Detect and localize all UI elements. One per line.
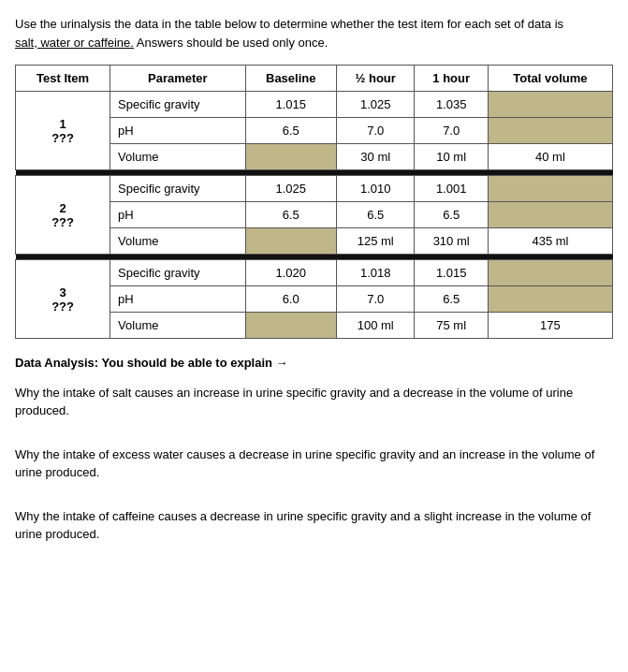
one-hour-cell: 7.0 [415, 118, 488, 144]
one-hour-cell: 75 ml [415, 313, 488, 339]
total-volume-cell: 435 ml [488, 228, 612, 255]
analysis-para-1: Why the intake of salt causes an increas… [15, 384, 613, 420]
table-row: 1???Specific gravity1.0151.0251.035 [16, 92, 613, 118]
half-hour-cell: 7.0 [336, 286, 414, 313]
intro-line1: Use the urinalysis the data in the table… [15, 17, 563, 31]
test-item-cell: 1??? [16, 92, 110, 170]
table-row: 2???Specific gravity1.0251.0101.001 [16, 176, 613, 202]
total-volume-cell [488, 118, 612, 144]
one-hour-cell: 6.5 [415, 202, 488, 228]
data-analysis-section: Data Analysis: You should be able to exp… [15, 354, 613, 544]
one-hour-cell: 310 ml [415, 228, 488, 255]
total-volume-cell [488, 260, 612, 286]
one-hour-cell: 10 ml [415, 144, 488, 170]
half-hour-cell: 1.025 [336, 92, 414, 118]
baseline-cell [245, 228, 336, 255]
analysis-para-2: Why the intake of excess water causes a … [15, 446, 613, 482]
one-hour-cell: 1.035 [415, 92, 488, 118]
one-hour-cell: 1.001 [415, 176, 488, 202]
parameter-cell: pH [110, 118, 245, 144]
half-hour-cell: 100 ml [336, 313, 414, 339]
parameter-cell: Specific gravity [110, 92, 245, 118]
baseline-cell: 6.5 [245, 118, 336, 144]
one-hour-cell: 1.015 [415, 260, 488, 286]
table-header-row: Test Item Parameter Baseline ½ hour 1 ho… [16, 66, 613, 92]
half-hour-cell: 7.0 [336, 118, 414, 144]
half-hour-cell: 6.5 [336, 202, 414, 228]
parameter-cell: pH [110, 286, 245, 313]
total-volume-cell [488, 202, 612, 228]
analysis-para-3: Why the intake of caffeine causes a decr… [15, 507, 613, 544]
total-volume-cell [488, 286, 612, 313]
total-volume-cell [488, 92, 612, 118]
col-header-half-hour: ½ hour [336, 66, 414, 92]
table-row: 3???Specific gravity1.0201.0181.015 [16, 260, 613, 286]
col-header-parameter: Parameter [110, 66, 245, 92]
parameter-cell: Specific gravity [110, 176, 245, 202]
half-hour-cell: 30 ml [336, 144, 414, 170]
col-header-one-hour: 1 hour [415, 66, 488, 92]
half-hour-cell: 1.010 [336, 176, 414, 202]
analysis-header: Data Analysis: You should be able to exp… [15, 354, 613, 373]
intro-underlined: salt, water or caffeine. [15, 36, 134, 50]
total-volume-cell: 40 ml [488, 144, 612, 170]
intro-line2-suffix: Answers should be used only once. [134, 36, 328, 50]
intro-text: Use the urinalysis the data in the table… [15, 15, 613, 51]
col-header-test-item: Test Item [16, 66, 110, 92]
baseline-cell: 1.015 [245, 92, 336, 118]
baseline-cell: 6.5 [245, 202, 336, 228]
half-hour-cell: 125 ml [336, 228, 414, 255]
parameter-cell: pH [110, 202, 245, 228]
urinalysis-table: Test Item Parameter Baseline ½ hour 1 ho… [15, 65, 613, 339]
total-volume-cell: 175 [488, 313, 612, 339]
parameter-cell: Volume [110, 144, 245, 170]
baseline-cell: 6.0 [245, 286, 336, 313]
baseline-cell [245, 144, 336, 170]
test-item-cell: 3??? [16, 260, 110, 339]
test-item-cell: 2??? [16, 176, 110, 255]
parameter-cell: Volume [110, 313, 245, 339]
baseline-cell: 1.020 [245, 260, 336, 286]
total-volume-cell [488, 176, 612, 202]
col-header-baseline: Baseline [245, 66, 336, 92]
half-hour-cell: 1.018 [336, 260, 414, 286]
parameter-cell: Volume [110, 228, 245, 255]
parameter-cell: Specific gravity [110, 260, 245, 286]
col-header-total-volume: Total volume [488, 66, 612, 92]
baseline-cell: 1.025 [245, 176, 336, 202]
baseline-cell [245, 313, 336, 339]
one-hour-cell: 6.5 [415, 286, 488, 313]
